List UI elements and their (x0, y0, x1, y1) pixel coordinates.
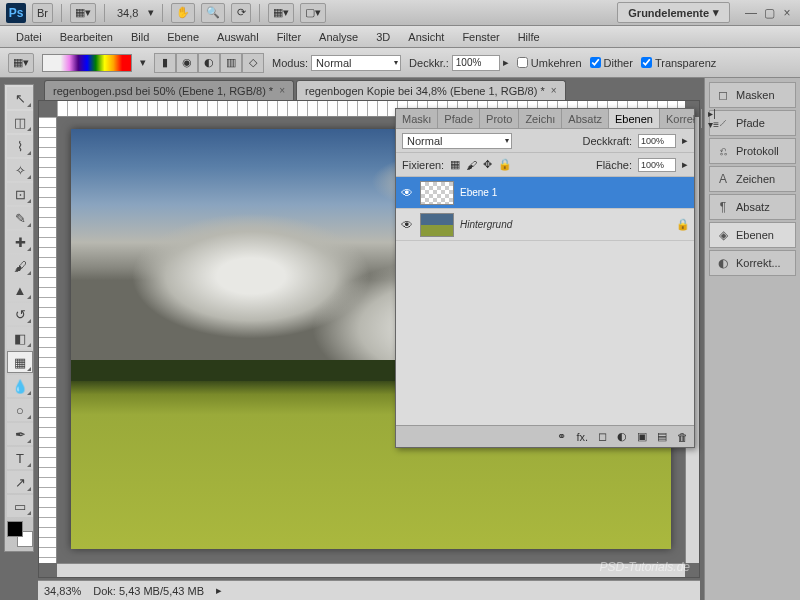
menu-bearbeiten[interactable]: Bearbeiten (52, 29, 121, 45)
panel-tab-absatz[interactable]: Absatz (562, 109, 609, 128)
dither-checkbox[interactable]: Dither (590, 57, 633, 69)
lock-position-icon[interactable]: ✥ (483, 158, 492, 171)
new-layer-icon[interactable]: ▤ (657, 430, 667, 443)
lasso-tool[interactable]: ⌇ (7, 135, 33, 157)
view-extras-button[interactable]: ▦▾ (70, 3, 96, 23)
layer-thumbnail[interactable] (420, 181, 454, 205)
reverse-checkbox[interactable]: Umkehren (517, 57, 582, 69)
dodge-tool[interactable]: ○ (7, 399, 33, 421)
tool-preset-button[interactable]: ▦▾ (8, 53, 34, 73)
new-group-icon[interactable]: ▣ (637, 430, 647, 443)
hand-tool-icon[interactable]: ✋ (171, 3, 195, 23)
dock-absatz[interactable]: ¶Absatz (709, 194, 796, 220)
reflected-gradient-icon[interactable]: ▥ (220, 53, 242, 73)
lock-transparency-icon[interactable]: ▦ (450, 158, 460, 171)
layer-name[interactable]: Hintergrund (460, 219, 512, 230)
maximize-icon[interactable]: ▢ (762, 6, 776, 20)
layer-name[interactable]: Ebene 1 (460, 187, 497, 198)
visibility-icon[interactable]: 👁 (400, 218, 414, 232)
menu-fenster[interactable]: Fenster (454, 29, 507, 45)
stamp-tool[interactable]: ▲ (7, 279, 33, 301)
pen-tool[interactable]: ✒ (7, 423, 33, 445)
menu-ansicht[interactable]: Ansicht (400, 29, 452, 45)
ruler-vertical[interactable] (39, 117, 57, 563)
doc-tab-1[interactable]: regenbogen.psd bei 50% (Ebene 1, RGB/8) … (44, 80, 294, 100)
eraser-tool[interactable]: ◧ (7, 327, 33, 349)
scrollbar-horizontal[interactable] (57, 563, 685, 577)
minimize-icon[interactable]: — (744, 6, 758, 20)
layer-thumbnail[interactable] (420, 213, 454, 237)
path-select-tool[interactable]: ↗ (7, 471, 33, 493)
angle-gradient-icon[interactable]: ◐ (198, 53, 220, 73)
panel-tab-ebenen[interactable]: Ebenen (609, 109, 660, 128)
close-icon[interactable]: × (780, 6, 794, 20)
workspace-dropdown[interactable]: Grundelemente▾ (617, 2, 730, 23)
zoom-tool-icon[interactable]: 🔍 (201, 3, 225, 23)
eyedropper-tool[interactable]: ✎ (7, 207, 33, 229)
history-brush-tool[interactable]: ↺ (7, 303, 33, 325)
menu-datei[interactable]: Datei (8, 29, 50, 45)
gradient-tool[interactable]: ▦ (7, 351, 33, 373)
menu-auswahl[interactable]: Auswahl (209, 29, 267, 45)
linear-gradient-icon[interactable]: ▮ (154, 53, 176, 73)
layer-blend-dropdown[interactable]: Normal (402, 133, 512, 149)
doc-tab-2[interactable]: regenbogen Kopie bei 34,8% (Ebene 1, RGB… (296, 80, 566, 100)
move-tool[interactable]: ↖ (7, 87, 33, 109)
screen-mode-button[interactable]: ▢▾ (300, 3, 326, 23)
crop-tool[interactable]: ⊡ (7, 183, 33, 205)
rotate-view-icon[interactable]: ⟳ (231, 3, 251, 23)
menu-bild[interactable]: Bild (123, 29, 157, 45)
delete-layer-icon[interactable]: 🗑 (677, 431, 688, 443)
close-tab-icon[interactable]: × (551, 85, 557, 96)
dock-zeichen[interactable]: AZeichen (709, 166, 796, 192)
lock-all-icon[interactable]: 🔒 (498, 158, 512, 171)
lock-pixels-icon[interactable]: 🖌 (466, 159, 477, 171)
layer-row[interactable]: 👁 Hintergrund 🔒 (396, 209, 694, 241)
arrange-docs-button[interactable]: ▦▾ (268, 3, 294, 23)
dock-protokoll[interactable]: ⎌Protokoll (709, 138, 796, 164)
fill-input[interactable] (638, 158, 676, 172)
status-zoom[interactable]: 34,83% (44, 585, 81, 597)
brush-tool[interactable]: 🖌 (7, 255, 33, 277)
menu-filter[interactable]: Filter (269, 29, 309, 45)
menu-hilfe[interactable]: Hilfe (510, 29, 548, 45)
close-tab-icon[interactable]: × (279, 85, 285, 96)
panel-tab-masken[interactable]: Maskı (396, 109, 438, 128)
dock-ebenen[interactable]: ◈Ebenen (709, 222, 796, 248)
shape-tool[interactable]: ▭ (7, 495, 33, 517)
layer-opacity-input[interactable] (638, 134, 676, 148)
menu-3d[interactable]: 3D (368, 29, 398, 45)
wand-tool[interactable]: ✧ (7, 159, 33, 181)
status-doc-size[interactable]: Dok: 5,43 MB/5,43 MB (93, 585, 204, 597)
layer-fx-icon[interactable]: fx. (576, 431, 588, 443)
menu-analyse[interactable]: Analyse (311, 29, 366, 45)
radial-gradient-icon[interactable]: ◉ (176, 53, 198, 73)
marquee-tool[interactable]: ◫ (7, 111, 33, 133)
link-layers-icon[interactable]: ⚭ (557, 430, 566, 443)
panel-tab-zeichen[interactable]: Zeichı (519, 109, 562, 128)
adjustment-layer-icon[interactable]: ◐ (617, 430, 627, 443)
panel-tab-korrekturen[interactable]: Korreł (660, 109, 702, 128)
panel-tab-protokoll[interactable]: Proto (480, 109, 519, 128)
healing-tool[interactable]: ✚ (7, 231, 33, 253)
menu-ebene[interactable]: Ebene (159, 29, 207, 45)
panel-tab-pfade[interactable]: Pfade (438, 109, 480, 128)
visibility-icon[interactable]: 👁 (400, 186, 414, 200)
layers-icon: ◈ (716, 228, 730, 242)
color-swatch[interactable] (7, 521, 33, 547)
blur-tool[interactable]: 💧 (7, 375, 33, 397)
panel-menu-icon[interactable]: ▸| ▾≡ (702, 108, 725, 130)
bridge-button[interactable]: Br (32, 3, 53, 23)
dock-korrekturen[interactable]: ◐Korrekt... (709, 250, 796, 276)
blend-mode-dropdown[interactable]: Normal (311, 55, 401, 71)
diamond-gradient-icon[interactable]: ◇ (242, 53, 264, 73)
fill-label: Fläche: (596, 159, 632, 171)
transparency-checkbox[interactable]: Transparenz (641, 57, 716, 69)
type-tool[interactable]: T (7, 447, 33, 469)
dock-masken[interactable]: ◻Masken (709, 82, 796, 108)
layer-mask-icon[interactable]: ◻ (598, 430, 607, 443)
zoom-value[interactable]: 34,8 (113, 7, 142, 19)
layer-row[interactable]: 👁 Ebene 1 (396, 177, 694, 209)
gradient-preview[interactable] (42, 54, 132, 72)
opacity-input[interactable] (452, 55, 500, 71)
